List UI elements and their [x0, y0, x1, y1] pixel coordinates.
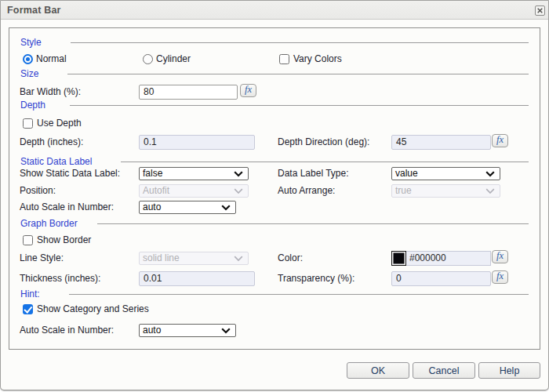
section-hint: Hint: — [20, 286, 529, 302]
color-value: #000000 — [406, 251, 491, 266]
section-size: Size — [20, 66, 529, 82]
format-bar-dialog: Format Bar Style Normal Cylinder Vary Co… — [0, 0, 549, 390]
line-style-color-row: Line Style: solid line Color: #000000 fx — [20, 250, 529, 266]
show-static-row: Show Static Data Label: false Data Label… — [20, 165, 529, 181]
color-label: Color: — [278, 250, 303, 266]
bar-width-fx-button[interactable]: fx — [240, 84, 256, 97]
content-box: Style Normal Cylinder Vary Colors Size B… — [9, 27, 540, 350]
normal-radio[interactable] — [23, 54, 33, 64]
chevron-down-icon — [234, 171, 243, 177]
depth-direction-label: Depth Direction (deg): — [278, 134, 369, 150]
section-style: Style — [20, 34, 529, 50]
line-style-label: Line Style: — [20, 250, 64, 266]
close-icon — [537, 8, 543, 13]
vary-colors-checkbox[interactable] — [279, 54, 289, 64]
position-label: Position: — [20, 183, 56, 198]
section-size-heading: Size — [20, 68, 38, 79]
section-style-heading: Style — [20, 37, 42, 48]
hint-auto-scale-label: Auto Scale in Number: — [20, 322, 114, 338]
use-depth-label: Use Depth — [37, 118, 82, 129]
auto-arrange-select: true — [391, 184, 500, 198]
data-label-type-select[interactable]: value — [391, 167, 500, 180]
use-depth-checkbox[interactable] — [23, 118, 33, 129]
cylinder-radio[interactable] — [143, 54, 153, 64]
section-depth-heading: Depth — [20, 100, 45, 111]
auto-arrange-label: Auto Arrange: — [278, 183, 335, 198]
thickness-input: 0.01 — [139, 271, 255, 286]
show-category-label: Show Category and Series — [37, 303, 149, 314]
section-hint-rule — [69, 294, 529, 295]
chevron-down-icon — [234, 256, 243, 262]
chevron-down-icon — [485, 171, 495, 177]
sdl-auto-scale-row: Auto Scale in Number: auto — [20, 199, 529, 215]
show-static-data-label-label: Show Static Data Label: — [20, 165, 120, 181]
ok-button[interactable]: OK — [347, 362, 409, 379]
cylinder-radio-label: Cylinder — [156, 53, 191, 64]
transparency-input: 0 — [391, 271, 491, 286]
depth-values-row: Depth (inches): 0.1 Depth Direction (deg… — [20, 134, 529, 150]
section-style-rule — [71, 42, 529, 43]
hint-auto-scale-row: Auto Scale in Number: auto — [20, 322, 529, 338]
chevron-down-icon — [234, 188, 243, 194]
show-border-checkbox[interactable] — [23, 235, 33, 245]
transparency-label: Transparency (%): — [278, 270, 354, 286]
show-category-row: Show Category and Series — [20, 301, 529, 317]
chevron-down-icon — [221, 205, 231, 211]
section-size-rule — [67, 74, 529, 74]
depth-inches-label: Depth (inches): — [20, 134, 83, 150]
line-style-select: solid line — [139, 252, 249, 265]
use-depth-row: Use Depth — [20, 115, 529, 131]
normal-radio-label: Normal — [36, 53, 67, 64]
data-label-type-label: Data Label Type: — [278, 165, 349, 181]
depth-direction-input: 45 — [391, 135, 491, 150]
sdl-auto-scale-select[interactable]: auto — [139, 201, 236, 214]
help-button[interactable]: Help — [478, 362, 540, 379]
show-static-data-label-select[interactable]: false — [139, 167, 249, 180]
style-options-row: Normal Cylinder Vary Colors — [20, 51, 529, 67]
show-border-label: Show Border — [37, 234, 91, 245]
sdl-auto-scale-label: Auto Scale in Number: — [20, 199, 114, 215]
section-graph-border-rule — [97, 223, 529, 224]
dialog-title: Format Bar — [1, 5, 61, 16]
position-select: Autofit — [139, 184, 249, 198]
section-static-data-label-rule — [121, 162, 529, 162]
section-hint-heading: Hint: — [20, 289, 40, 299]
show-border-row: Show Border — [20, 232, 529, 248]
hint-auto-scale-select[interactable]: auto — [139, 324, 236, 337]
vary-colors-label: Vary Colors — [293, 53, 342, 64]
thickness-label: Thickness (inches): — [20, 270, 100, 286]
color-fx-button[interactable]: fx — [492, 250, 508, 263]
transparency-fx-button[interactable]: fx — [492, 270, 508, 284]
depth-direction-fx-button[interactable]: fx — [492, 134, 508, 147]
section-depth: Depth — [20, 97, 529, 113]
section-graph-border-heading: Graph Border — [20, 218, 78, 229]
cancel-button[interactable]: Cancel — [413, 362, 475, 379]
chevron-down-icon — [485, 188, 495, 194]
color-field: #000000 — [391, 251, 491, 266]
thickness-transparency-row: Thickness (inches): 0.01 Transparency (%… — [20, 270, 529, 286]
position-row: Position: Autofit Auto Arrange: true — [20, 183, 529, 198]
color-swatch — [391, 251, 406, 266]
show-category-checkbox[interactable] — [23, 304, 33, 314]
depth-inches-input: 0.1 — [139, 135, 255, 150]
close-button[interactable] — [535, 5, 545, 16]
section-depth-rule — [70, 105, 529, 106]
section-graph-border: Graph Border — [20, 216, 529, 231]
chevron-down-icon — [221, 328, 231, 334]
titlebar: Format Bar — [1, 1, 548, 20]
